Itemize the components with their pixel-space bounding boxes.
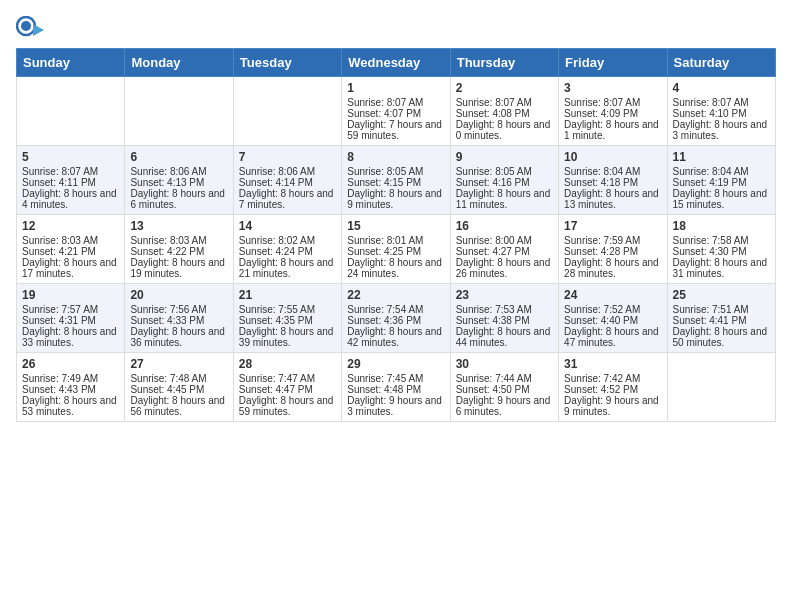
- calendar-cell: 11Sunrise: 8:04 AMSunset: 4:19 PMDayligh…: [667, 146, 775, 215]
- day-info-line: Daylight: 8 hours and 56 minutes.: [130, 395, 227, 417]
- day-info-line: Sunrise: 7:48 AM: [130, 373, 227, 384]
- day-info-line: Sunset: 4:14 PM: [239, 177, 336, 188]
- day-info-line: Sunset: 4:27 PM: [456, 246, 553, 257]
- day-info-line: Daylight: 8 hours and 28 minutes.: [564, 257, 661, 279]
- calendar-cell: 7Sunrise: 8:06 AMSunset: 4:14 PMDaylight…: [233, 146, 341, 215]
- day-number: 1: [347, 81, 444, 95]
- calendar-cell: [667, 353, 775, 422]
- svg-marker-2: [33, 24, 44, 36]
- calendar-cell: 21Sunrise: 7:55 AMSunset: 4:35 PMDayligh…: [233, 284, 341, 353]
- day-number: 12: [22, 219, 119, 233]
- day-info-line: Sunset: 4:11 PM: [22, 177, 119, 188]
- day-info-line: Daylight: 8 hours and 1 minute.: [564, 119, 661, 141]
- day-info-line: Sunset: 4:50 PM: [456, 384, 553, 395]
- day-info-line: Daylight: 8 hours and 3 minutes.: [673, 119, 770, 141]
- day-info-line: Sunset: 4:35 PM: [239, 315, 336, 326]
- day-info-line: Daylight: 8 hours and 39 minutes.: [239, 326, 336, 348]
- day-number: 20: [130, 288, 227, 302]
- day-number: 24: [564, 288, 661, 302]
- day-info-line: Sunrise: 7:56 AM: [130, 304, 227, 315]
- calendar-cell: 25Sunrise: 7:51 AMSunset: 4:41 PMDayligh…: [667, 284, 775, 353]
- day-info-line: Sunset: 4:16 PM: [456, 177, 553, 188]
- calendar-cell: 28Sunrise: 7:47 AMSunset: 4:47 PMDayligh…: [233, 353, 341, 422]
- calendar-cell: 15Sunrise: 8:01 AMSunset: 4:25 PMDayligh…: [342, 215, 450, 284]
- day-info-line: Sunrise: 7:42 AM: [564, 373, 661, 384]
- day-info-line: Sunrise: 8:06 AM: [239, 166, 336, 177]
- day-number: 22: [347, 288, 444, 302]
- calendar-cell: 30Sunrise: 7:44 AMSunset: 4:50 PMDayligh…: [450, 353, 558, 422]
- day-info-line: Sunset: 4:25 PM: [347, 246, 444, 257]
- day-info-line: Sunrise: 7:57 AM: [22, 304, 119, 315]
- day-info-line: Sunrise: 7:55 AM: [239, 304, 336, 315]
- day-number: 28: [239, 357, 336, 371]
- calendar-cell: 13Sunrise: 8:03 AMSunset: 4:22 PMDayligh…: [125, 215, 233, 284]
- calendar-cell: 31Sunrise: 7:42 AMSunset: 4:52 PMDayligh…: [559, 353, 667, 422]
- day-number: 30: [456, 357, 553, 371]
- day-info-line: Sunrise: 8:04 AM: [564, 166, 661, 177]
- calendar-cell: 2Sunrise: 8:07 AMSunset: 4:08 PMDaylight…: [450, 77, 558, 146]
- day-info-line: Daylight: 8 hours and 21 minutes.: [239, 257, 336, 279]
- day-info-line: Sunset: 4:47 PM: [239, 384, 336, 395]
- day-info-line: Daylight: 8 hours and 59 minutes.: [239, 395, 336, 417]
- day-info-line: Sunrise: 7:54 AM: [347, 304, 444, 315]
- calendar-cell: 8Sunrise: 8:05 AMSunset: 4:15 PMDaylight…: [342, 146, 450, 215]
- day-number: 5: [22, 150, 119, 164]
- calendar-cell: 29Sunrise: 7:45 AMSunset: 4:48 PMDayligh…: [342, 353, 450, 422]
- day-number: 2: [456, 81, 553, 95]
- calendar-week-row: 1Sunrise: 8:07 AMSunset: 4:07 PMDaylight…: [17, 77, 776, 146]
- day-info-line: Sunset: 4:41 PM: [673, 315, 770, 326]
- day-number: 8: [347, 150, 444, 164]
- day-info-line: Sunrise: 8:06 AM: [130, 166, 227, 177]
- day-header-tuesday: Tuesday: [233, 49, 341, 77]
- day-number: 23: [456, 288, 553, 302]
- day-info-line: Daylight: 8 hours and 36 minutes.: [130, 326, 227, 348]
- day-info-line: Sunset: 4:10 PM: [673, 108, 770, 119]
- calendar-cell: 12Sunrise: 8:03 AMSunset: 4:21 PMDayligh…: [17, 215, 125, 284]
- day-info-line: Sunset: 4:45 PM: [130, 384, 227, 395]
- day-number: 21: [239, 288, 336, 302]
- calendar-cell: 23Sunrise: 7:53 AMSunset: 4:38 PMDayligh…: [450, 284, 558, 353]
- day-info-line: Daylight: 8 hours and 50 minutes.: [673, 326, 770, 348]
- day-info-line: Sunrise: 8:01 AM: [347, 235, 444, 246]
- day-number: 17: [564, 219, 661, 233]
- day-info-line: Daylight: 8 hours and 11 minutes.: [456, 188, 553, 210]
- day-info-line: Daylight: 8 hours and 26 minutes.: [456, 257, 553, 279]
- day-info-line: Daylight: 8 hours and 44 minutes.: [456, 326, 553, 348]
- day-info-line: Sunrise: 7:58 AM: [673, 235, 770, 246]
- calendar-table: SundayMondayTuesdayWednesdayThursdayFrid…: [16, 48, 776, 422]
- calendar-cell: 18Sunrise: 7:58 AMSunset: 4:30 PMDayligh…: [667, 215, 775, 284]
- day-info-line: Sunset: 4:52 PM: [564, 384, 661, 395]
- calendar-cell: 4Sunrise: 8:07 AMSunset: 4:10 PMDaylight…: [667, 77, 775, 146]
- day-info-line: Sunrise: 8:07 AM: [673, 97, 770, 108]
- day-info-line: Sunset: 4:43 PM: [22, 384, 119, 395]
- day-info-line: Sunset: 4:40 PM: [564, 315, 661, 326]
- day-info-line: Sunset: 4:09 PM: [564, 108, 661, 119]
- calendar-cell: 20Sunrise: 7:56 AMSunset: 4:33 PMDayligh…: [125, 284, 233, 353]
- day-info-line: Sunset: 4:31 PM: [22, 315, 119, 326]
- day-number: 26: [22, 357, 119, 371]
- day-number: 11: [673, 150, 770, 164]
- day-info-line: Daylight: 8 hours and 24 minutes.: [347, 257, 444, 279]
- calendar-cell: 16Sunrise: 8:00 AMSunset: 4:27 PMDayligh…: [450, 215, 558, 284]
- calendar-cell: 3Sunrise: 8:07 AMSunset: 4:09 PMDaylight…: [559, 77, 667, 146]
- day-info-line: Daylight: 8 hours and 19 minutes.: [130, 257, 227, 279]
- calendar-cell: 26Sunrise: 7:49 AMSunset: 4:43 PMDayligh…: [17, 353, 125, 422]
- calendar-cell: 24Sunrise: 7:52 AMSunset: 4:40 PMDayligh…: [559, 284, 667, 353]
- day-info-line: Sunrise: 7:49 AM: [22, 373, 119, 384]
- day-header-thursday: Thursday: [450, 49, 558, 77]
- day-info-line: Sunrise: 7:44 AM: [456, 373, 553, 384]
- day-info-line: Daylight: 9 hours and 6 minutes.: [456, 395, 553, 417]
- calendar-week-row: 19Sunrise: 7:57 AMSunset: 4:31 PMDayligh…: [17, 284, 776, 353]
- calendar-header-row: SundayMondayTuesdayWednesdayThursdayFrid…: [17, 49, 776, 77]
- day-info-line: Sunrise: 8:07 AM: [22, 166, 119, 177]
- day-number: 29: [347, 357, 444, 371]
- day-info-line: Sunset: 4:15 PM: [347, 177, 444, 188]
- day-number: 19: [22, 288, 119, 302]
- day-info-line: Sunrise: 8:04 AM: [673, 166, 770, 177]
- day-info-line: Sunrise: 8:03 AM: [22, 235, 119, 246]
- day-info-line: Sunset: 4:07 PM: [347, 108, 444, 119]
- day-info-line: Sunset: 4:08 PM: [456, 108, 553, 119]
- calendar-cell: [233, 77, 341, 146]
- day-number: 4: [673, 81, 770, 95]
- day-number: 10: [564, 150, 661, 164]
